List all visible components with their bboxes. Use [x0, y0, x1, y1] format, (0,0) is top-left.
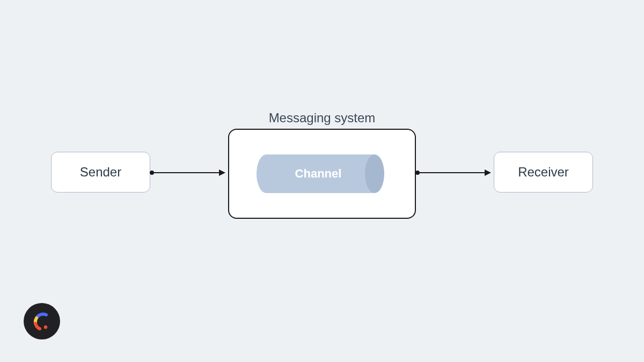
svg-point-0	[150, 171, 154, 175]
diagram-canvas: Sender Messaging system Channel Receiver	[0, 0, 644, 362]
receiver-label: Receiver	[518, 165, 569, 180]
receiver-node: Receiver	[494, 152, 593, 193]
sender-node: Sender	[51, 152, 150, 193]
svg-marker-2	[219, 169, 225, 176]
arrow-sender-to-messaging	[150, 169, 228, 180]
svg-point-9	[44, 326, 47, 329]
channel-label: Channel	[257, 154, 380, 193]
sender-label: Sender	[80, 165, 121, 180]
svg-marker-8	[485, 169, 491, 176]
brand-logo-icon	[24, 303, 60, 339]
svg-point-6	[415, 171, 420, 175]
arrow-messaging-to-receiver	[416, 169, 494, 180]
messaging-system-title: Messaging system	[228, 110, 416, 125]
